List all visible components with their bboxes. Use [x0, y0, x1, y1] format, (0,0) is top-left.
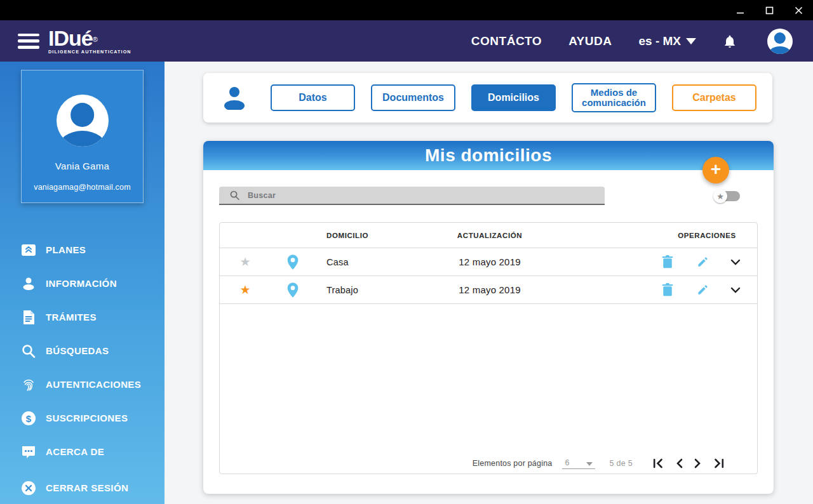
tab-bar: Datos Documentos Domicilios Medios de co…: [271, 83, 756, 112]
table-row: ★ Casa 12 mayo 2019: [220, 248, 757, 276]
page-size-value: 6: [565, 458, 569, 467]
person-icon: [57, 95, 109, 147]
sidebar-item-label: CERRAR SESIÓN: [46, 482, 128, 493]
profile-name: Vania Gama: [55, 161, 109, 171]
tab-datos[interactable]: Datos: [271, 84, 355, 111]
star-icon: ★: [713, 189, 727, 203]
language-selector[interactable]: es - MX: [638, 34, 696, 48]
menu-toggle-icon[interactable]: [18, 34, 39, 49]
sidebar-item-tramites[interactable]: TRÁMITES: [0, 300, 165, 334]
help-link[interactable]: AYUDA: [568, 34, 612, 48]
sidebar-item-label: INFORMACIÓN: [46, 278, 117, 289]
language-value: es - MX: [638, 34, 681, 48]
minimize-button[interactable]: [725, 0, 755, 20]
dollar-icon: $: [20, 410, 37, 427]
tab-carpetas[interactable]: Carpetas: [672, 84, 756, 111]
location-pin-icon: [271, 282, 315, 298]
person-icon: [20, 275, 37, 292]
expand-chevron-icon[interactable]: [714, 287, 757, 293]
fingerprint-icon: [20, 376, 37, 393]
location-pin-icon: [271, 254, 315, 270]
column-header-domicilio: DOMICILIO: [315, 232, 410, 239]
search-input[interactable]: [248, 191, 591, 200]
search-box[interactable]: [219, 187, 605, 205]
search-icon: [20, 343, 37, 359]
edit-pencil-button[interactable]: [695, 255, 710, 269]
page-range: 5 de 5: [609, 459, 633, 468]
sidebar-item-label: AUTENTICACIONES: [46, 379, 141, 390]
main-content: Datos Documentos Domicilios Medios de co…: [165, 62, 813, 504]
next-page-button[interactable]: [693, 457, 703, 470]
profile-tabs-card: Datos Documentos Domicilios Medios de co…: [203, 73, 772, 123]
sidebar-item-suscripciones[interactable]: $ SUSCRIPCIONES: [0, 401, 165, 435]
panel-header: Mis domicilios: [203, 141, 774, 170]
table-header-row: DOMICILIO ACTUALIZACIÓN OPERACIONES: [220, 223, 757, 248]
chevron-down-icon: [586, 462, 593, 466]
panel-title: Mis domicilios: [425, 145, 552, 166]
domiciles-table: DOMICILIO ACTUALIZACIÓN OPERACIONES ★ Ca…: [219, 222, 758, 474]
delete-button[interactable]: [661, 254, 675, 270]
last-page-button[interactable]: [712, 457, 725, 470]
profile-email: vaniagamag@hotmail.com: [34, 183, 131, 192]
domicile-updated: 12 mayo 2019: [410, 284, 569, 295]
logout-x-icon: [20, 480, 37, 496]
window-titlebar: [0, 0, 813, 20]
sidebar-item-label: ACERCA DE: [46, 446, 104, 457]
column-header-actualizacion: ACTUALIZACIÓN: [410, 232, 569, 239]
notifications-bell-icon[interactable]: [723, 34, 737, 49]
table-row: ★ Trabajo 12 mayo 2019: [220, 276, 757, 304]
page-size-select[interactable]: 6: [562, 458, 595, 469]
expand-chevron-icon[interactable]: [714, 259, 757, 265]
person-icon: [767, 29, 793, 54]
logo-subtitle: DILIGENCE AUTHENTICATION: [48, 50, 131, 54]
plans-icon: [20, 242, 37, 258]
sidebar-item-label: SUSCRIPCIONES: [46, 413, 128, 423]
contact-link[interactable]: CONTÁCTO: [471, 34, 542, 48]
sidebar-item-informacion[interactable]: INFORMACIÓN: [0, 267, 165, 300]
registered-mark: ®: [93, 36, 98, 43]
sidebar-item-label: PLANES: [46, 244, 86, 255]
sidebar-item-busquedas[interactable]: BÚSQUEDAS: [0, 334, 165, 368]
profile-card: Vania Gama vaniagamag@hotmail.com: [21, 70, 144, 203]
pagination-bar: Elementos por página 6 5 de 5: [220, 453, 757, 474]
add-domicile-button[interactable]: +: [702, 157, 729, 183]
previous-page-button[interactable]: [674, 457, 684, 470]
favorites-filter-toggle[interactable]: ★: [713, 189, 740, 203]
items-per-page-label: Elementos por página: [473, 459, 553, 468]
sidebar-item-label: BÚSQUEDAS: [46, 345, 109, 356]
chat-icon: [20, 444, 37, 460]
first-page-button[interactable]: [652, 457, 665, 470]
tab-domicilios[interactable]: Domicilios: [471, 84, 556, 111]
search-row: ★: [219, 187, 758, 206]
delete-button[interactable]: [661, 282, 675, 298]
sidebar: Vania Gama vaniagamag@hotmail.com PLANES…: [0, 62, 165, 504]
favorite-star-icon[interactable]: ★: [220, 255, 271, 269]
profile-avatar: [57, 95, 109, 147]
search-icon: [229, 190, 240, 201]
sidebar-item-planes[interactable]: PLANES: [0, 233, 165, 267]
sidebar-menu: PLANES INFORMACIÓN TRÁMITES BÚSQUEDAS AU…: [0, 233, 165, 468]
domicile-updated: 12 mayo 2019: [410, 256, 569, 267]
tab-documentos[interactable]: Documentos: [371, 84, 455, 111]
chevron-down-icon: [686, 38, 696, 44]
close-button[interactable]: [784, 0, 813, 20]
person-icon: [222, 86, 246, 110]
column-header-operaciones: OPERACIONES: [657, 232, 757, 239]
sidebar-item-cerrar-sesion[interactable]: CERRAR SESIÓN: [0, 471, 165, 504]
logo-text: IDué: [48, 26, 93, 50]
domicile-name: Casa: [315, 257, 410, 267]
sidebar-item-acerca-de[interactable]: ACERCA DE: [0, 435, 165, 468]
tab-medios-de-comunicacion[interactable]: Medios de comunicación: [572, 83, 656, 112]
sidebar-item-autenticaciones[interactable]: AUTENTICACIONES: [0, 368, 165, 401]
document-icon: [20, 309, 37, 326]
domiciles-panel: Mis domicilios + ★ DOMICILIO ACTUALIZACI…: [203, 141, 774, 494]
edit-pencil-button[interactable]: [695, 282, 710, 297]
svg-text:$: $: [26, 413, 32, 423]
app-logo: IDué® DILIGENCE AUTHENTICATION: [48, 27, 131, 54]
user-avatar[interactable]: [767, 29, 793, 54]
maximize-button[interactable]: [755, 0, 784, 20]
sidebar-item-label: TRÁMITES: [46, 312, 97, 322]
favorite-star-icon[interactable]: ★: [220, 282, 271, 297]
app-header: IDué® DILIGENCE AUTHENTICATION CONTÁCTO …: [0, 20, 813, 62]
domicile-name: Trabajo: [315, 285, 410, 295]
